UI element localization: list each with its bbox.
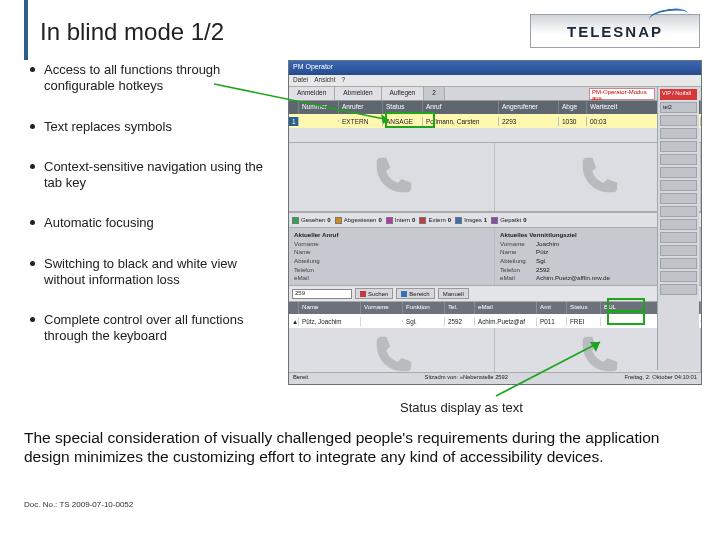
col: Nummer (299, 101, 339, 114)
side-slot[interactable] (660, 284, 697, 295)
cell: Pollmann, Carsten (423, 117, 499, 126)
panel-title: Aktueller Anruf (294, 231, 489, 240)
result-header: Name Vorname Funktion Tel. eMail Amt Sta… (289, 302, 701, 314)
menu-item[interactable]: Ansicht (314, 76, 335, 85)
tab-2[interactable]: 2 (424, 87, 445, 100)
side-slot[interactable] (660, 141, 697, 152)
bullet-item: Switching to black and white view withou… (30, 256, 280, 289)
cell: 1 (289, 117, 299, 126)
side-slot[interactable] (660, 245, 697, 256)
counter: Insges 1 (455, 217, 487, 224)
square-icon (491, 217, 498, 224)
menubar: Datei Ansicht ? (289, 75, 701, 87)
detail-panels: Aktueller Anruf Vorname Name Abteilung T… (289, 228, 701, 286)
col (289, 101, 299, 114)
side-pane: VIP / Notfall tel2 (657, 87, 699, 370)
side-slot[interactable] (660, 271, 697, 282)
accent-bar (24, 0, 28, 60)
side-slot[interactable]: tel2 (660, 102, 697, 113)
bullet-item: Automatic focusing (30, 215, 280, 231)
logo: TELESNAP (530, 14, 700, 48)
slide: In blind mode 1/2 TELESNAP Access to all… (0, 0, 720, 540)
col: Angerufener (499, 101, 559, 114)
square-icon (335, 217, 342, 224)
menu-item[interactable]: Datei (293, 76, 308, 85)
result-row[interactable]: ▲ Pütz, Joachim Sgl. 2592 Achim.Puetz@af… (289, 314, 701, 328)
phone-panels (289, 142, 701, 212)
page-title: In blind mode 1/2 (40, 18, 224, 46)
call-row[interactable]: 1 EXTERN ANSAGE Pollmann, Carsten 2293 1… (289, 114, 701, 128)
bullet-item: Complete control over all functions thro… (30, 312, 280, 345)
counter: Intern 0 (386, 217, 416, 224)
vip-header: VIP / Notfall (660, 89, 697, 100)
cell: ANSAGE (383, 117, 423, 126)
search-button[interactable]: Suchen (355, 288, 393, 299)
caption: Status display as text (400, 400, 523, 415)
doc-number: Doc. No.: TS 2009-07-10-0052 (24, 500, 133, 509)
square-icon (360, 291, 366, 297)
side-slot[interactable] (660, 167, 697, 178)
window-titlebar: PM Operator (289, 61, 701, 75)
cell: 1030 (559, 117, 587, 126)
bullet-item: Access to all functions through configur… (30, 62, 280, 95)
side-slot[interactable] (660, 193, 697, 204)
status-cell: FREI (567, 317, 601, 326)
call-table-header: Nummer Anrufer Status Anruf Angerufener … (289, 101, 701, 114)
col: Anrufer (339, 101, 383, 114)
side-slot[interactable] (660, 128, 697, 139)
square-icon (419, 217, 426, 224)
call-row-empty (289, 128, 701, 142)
col: Anruf (423, 101, 499, 114)
square-icon (292, 217, 299, 224)
bullet-list: Access to all functions through configur… (30, 62, 280, 369)
side-slot[interactable] (660, 115, 697, 126)
counter: Extern 0 (419, 217, 451, 224)
status-ready: Bereit (293, 374, 308, 383)
current-call-panel: Aktueller Anruf Vorname Name Abteilung T… (289, 228, 495, 285)
bullet-item: Context-sensitive navigation using the t… (30, 159, 280, 192)
counter: Gesehen 0 (292, 217, 331, 224)
square-icon (386, 217, 393, 224)
side-slot[interactable] (660, 258, 697, 269)
bottom-text: The special consideration of visually ch… (24, 428, 696, 467)
tab-logout[interactable]: Abmelden (335, 87, 381, 100)
side-slot[interactable] (660, 180, 697, 191)
cell (299, 120, 339, 122)
manual-button[interactable]: Manuell (438, 288, 469, 299)
mode-indicator: PM-Operator-Modus aus (589, 88, 655, 100)
cell: EXTERN (339, 117, 383, 126)
square-icon (401, 291, 407, 297)
bullet-item: Text replaces symbols (30, 119, 280, 135)
col: Status (383, 101, 423, 114)
side-slot[interactable] (660, 206, 697, 217)
counter-bar: Gesehen 0 Abgewiesen 0 Intern 0 Extern 0… (289, 212, 701, 228)
sort-icon: ▲ (289, 317, 299, 326)
side-slot[interactable] (660, 154, 697, 165)
tab-login[interactable]: Anmelden (289, 87, 335, 100)
search-bar: 259 Suchen Bereich Manuell (289, 286, 701, 302)
menu-item[interactable]: ? (342, 76, 346, 85)
statusbar: Bereit Sitzadm von: »Nebenstelle 2592 Fr… (289, 372, 701, 384)
search-input[interactable]: 259 (292, 289, 352, 299)
square-icon (455, 217, 462, 224)
counter: Gepatkt 0 (491, 217, 526, 224)
range-button[interactable]: Bereich (396, 288, 434, 299)
cell: 2293 (499, 117, 559, 126)
status-datetime: Freitag, 2. Oktober 04:10:01 (624, 374, 697, 383)
side-slot[interactable] (660, 219, 697, 230)
tab-hangup[interactable]: Auflegen (382, 87, 425, 100)
status-session: Sitzadm von: »Nebenstelle 2592 (425, 374, 508, 383)
phone-icon (289, 143, 495, 211)
app-screenshot: PM Operator Datei Ansicht ? Anmelden Abm… (288, 60, 702, 385)
side-slot[interactable] (660, 232, 697, 243)
col: Abge (559, 101, 587, 114)
counter: Abgewiesen 0 (335, 217, 382, 224)
